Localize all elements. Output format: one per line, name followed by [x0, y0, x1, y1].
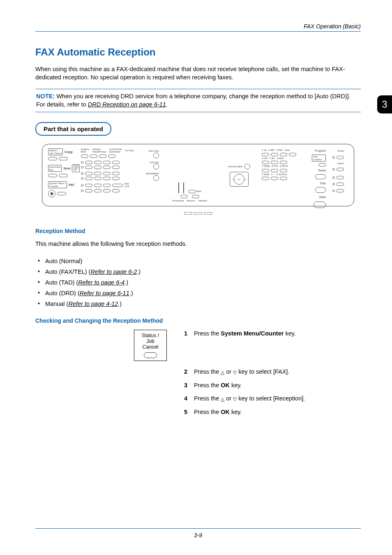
note-link[interactable]: DRD Reception on page 6-11 — [88, 101, 166, 108]
chapter-tab: 3 — [377, 95, 392, 113]
auto-color-label: Auto Color — [138, 150, 159, 153]
send-label: Send — [63, 167, 70, 170]
stop-label: Stop — [301, 182, 326, 185]
addr-recall-label: Address Recall/Pause — [92, 148, 106, 153]
step-3: 3 Press the OK key. — [182, 382, 361, 389]
system-menu-button — [48, 190, 55, 197]
checking-heading: Checking and Changing the Reception Meth… — [35, 317, 361, 324]
step-num: 3 — [182, 382, 187, 389]
start-label: Start — [301, 195, 326, 199]
step-5-bold: OK — [221, 409, 230, 415]
softkey-2 — [192, 195, 199, 198]
step-1: 1 Press the System Menu/Counter key. — [182, 330, 361, 338]
page-number: 3-9 — [35, 528, 361, 539]
power-button — [337, 156, 344, 159]
send-button — [59, 174, 68, 177]
method-3-link[interactable]: Refer to page 6-11 — [80, 290, 129, 296]
status-line1: Status / — [138, 333, 163, 338]
status-button — [48, 157, 57, 160]
status-jobcancel-illustration: Status / Job Cancel — [134, 330, 167, 361]
note-box: NOTE: When you are receiving DRD service… — [35, 89, 361, 112]
logout-label: Logout — [337, 162, 344, 165]
key-4: 4 GHI — [262, 157, 267, 160]
key-hash: # Symbols — [277, 173, 287, 176]
program-label: Program — [301, 149, 326, 152]
step-num: 5 — [182, 408, 187, 416]
key-star: */.abAB — [262, 173, 270, 176]
system-menu-label: System Menu / Counter — [48, 181, 67, 188]
key-6: 6 MNO — [277, 157, 284, 160]
step-1-before: Press the — [194, 330, 221, 337]
logout-button — [337, 168, 344, 171]
start-button — [314, 201, 326, 208]
shift-lock-button — [112, 184, 123, 187]
back-label: Back — [196, 190, 201, 193]
note-text-after: . — [166, 101, 168, 108]
fax-label: FAX — [69, 183, 74, 186]
key-1: 1 .@ — [262, 149, 267, 152]
attention-label: Attention — [198, 200, 208, 202]
key-7: 7 PQRS — [262, 165, 270, 168]
method-1-after: .) — [137, 268, 141, 275]
key-3: 3 DEF — [276, 149, 283, 152]
key-5: 5 JKL — [269, 157, 275, 160]
clear-label: Clear — [284, 149, 290, 152]
step-3-bold: OK — [221, 382, 230, 388]
method-3-after: .) — [129, 290, 133, 296]
step-5: 5 Press the OK key. — [182, 408, 361, 416]
header-section: FAX Operation (Basic) — [35, 23, 361, 32]
note-label: NOTE: — [36, 93, 55, 99]
method-3-text: Auto (DRD) ( — [45, 290, 80, 296]
panel-footer-decor — [182, 212, 214, 216]
note-text-before: When you are receiving DRD service from … — [36, 93, 350, 108]
power-label: Power — [337, 150, 344, 153]
step-3-after: key. — [230, 382, 242, 388]
method-4-text: Manual ( — [45, 301, 68, 307]
full-color-button — [153, 164, 159, 169]
docbox-button — [48, 174, 57, 177]
ok-button: OK — [234, 174, 244, 185]
method-2-text: Auto (TAD) ( — [45, 279, 78, 286]
method-0-text: Auto (Normal) — [45, 258, 82, 264]
list-item: Auto (Normal) — [35, 256, 361, 266]
addr-book-label: Address Book — [81, 148, 89, 153]
auto-color-button — [153, 153, 159, 158]
shift-lock-label: Shift Lock — [125, 183, 134, 187]
softkey-1 — [180, 195, 188, 198]
memory-label: Memory — [187, 200, 195, 202]
down-arrow-icon: ▽ — [233, 370, 237, 375]
function-menu-button — [244, 164, 250, 169]
key-0: 0 . , — [271, 173, 275, 176]
up-arrow-icon: △ — [221, 397, 224, 402]
list-item: Auto (FAX/TEL) (Refer to page 6-2.) — [35, 266, 361, 277]
step-4: 4 Press the △ or ▽ key to select [Recept… — [182, 395, 361, 402]
bw-button — [153, 175, 159, 181]
fax-button — [57, 192, 66, 195]
status-line2: Job Cancel — [138, 338, 163, 350]
step-5-after: key. — [230, 409, 242, 415]
list-item: Auto (TAD) (Refer to page 6-4.) — [35, 277, 361, 288]
step-3-before: Press the — [194, 382, 221, 388]
nav-pad: ◁ OK ▷ — [230, 172, 249, 187]
up-arrow-icon: △ — [221, 370, 224, 375]
call-confirm-label: Call Confirm — [312, 155, 326, 162]
method-4-link[interactable]: Refer to page 4-12 — [68, 301, 118, 307]
key-8: 8 TUV — [272, 165, 278, 168]
reception-methods-list: Auto (Normal) Auto (FAX/TEL) (Refer to p… — [35, 256, 361, 309]
method-1-link[interactable]: Refer to page 6-2 — [90, 268, 137, 275]
step-1-after: key. — [284, 330, 296, 337]
method-2-after: .) — [125, 279, 128, 286]
control-panel-illustration: Status / Job Cancel Copy Document Box Se… — [42, 144, 354, 206]
bw-label: Black&White — [138, 173, 159, 175]
status-job-cancel-label: Status / Job Cancel — [48, 148, 63, 155]
method-2-link[interactable]: Refer to page 6-4 — [78, 279, 125, 286]
list-item: Auto (DRD) (Refer to page 6-11.) — [35, 288, 361, 298]
reception-method-heading: Reception Method — [35, 228, 361, 234]
key-2: 2 ABC — [268, 149, 275, 152]
send-types-label: E-mailFolderFAX — [72, 164, 80, 172]
page-title: FAX Automatic Reception — [35, 46, 361, 58]
document-box-label: Document Box — [48, 165, 62, 172]
method-1-text: Auto (FAX/TEL) ( — [45, 268, 90, 275]
method-4-after: .) — [118, 301, 122, 307]
step-num: 2 — [182, 368, 187, 376]
